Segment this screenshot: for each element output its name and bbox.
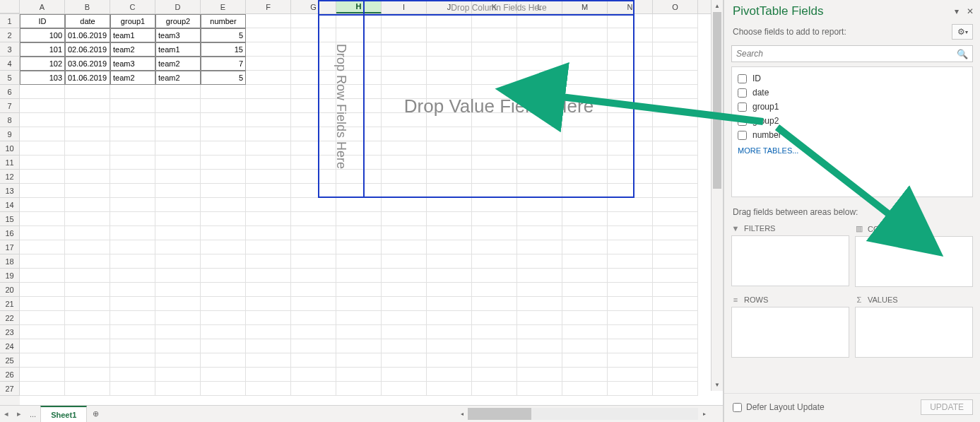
cell[interactable] — [110, 353, 155, 368]
cell[interactable] — [155, 297, 201, 311]
cell[interactable] — [653, 353, 698, 368]
row-header[interactable]: 23 — [0, 325, 20, 339]
cell[interactable] — [382, 198, 427, 212]
cell[interactable] — [336, 269, 382, 283]
row-header[interactable]: 1 — [0, 14, 20, 28]
rows-drop-zone[interactable] — [731, 307, 849, 358]
cell[interactable] — [246, 382, 291, 396]
cell[interactable] — [472, 353, 517, 368]
cell[interactable] — [20, 353, 65, 368]
cell[interactable]: 01.06.2019 — [65, 28, 110, 42]
cell[interactable] — [608, 226, 653, 240]
cell[interactable] — [517, 254, 562, 269]
cell[interactable] — [20, 85, 65, 99]
cell[interactable] — [110, 198, 155, 212]
cell[interactable] — [472, 254, 517, 269]
cell[interactable] — [382, 254, 427, 269]
row-header[interactable]: 4 — [0, 57, 20, 71]
cell[interactable] — [246, 297, 291, 311]
col-header-D[interactable]: D — [155, 0, 201, 13]
cell[interactable] — [472, 368, 517, 382]
cell[interactable] — [653, 57, 698, 71]
cell[interactable] — [427, 353, 472, 368]
cell[interactable]: 100 — [20, 28, 65, 42]
cell[interactable] — [65, 297, 110, 311]
cell[interactable] — [653, 212, 698, 226]
cell[interactable] — [291, 339, 336, 353]
cell[interactable] — [608, 368, 653, 382]
cell[interactable] — [155, 99, 201, 113]
cell[interactable] — [382, 269, 427, 283]
cell[interactable] — [201, 269, 246, 283]
cell[interactable]: group2 — [155, 14, 201, 28]
cell[interactable] — [201, 85, 246, 99]
cell[interactable] — [155, 198, 201, 212]
cell[interactable]: team2 — [110, 42, 155, 57]
cell[interactable] — [517, 325, 562, 339]
field-search[interactable]: 🔍 — [731, 45, 973, 62]
cell[interactable]: date — [65, 14, 110, 28]
cell[interactable] — [110, 156, 155, 170]
cell[interactable] — [246, 184, 291, 198]
cell[interactable] — [517, 198, 562, 212]
cell[interactable]: 102 — [20, 57, 65, 71]
cell[interactable] — [110, 170, 155, 184]
row-header[interactable]: 3 — [0, 42, 20, 57]
cell[interactable] — [336, 198, 382, 212]
cell[interactable] — [246, 339, 291, 353]
cell[interactable] — [382, 297, 427, 311]
cell[interactable] — [517, 311, 562, 325]
row-header[interactable]: 19 — [0, 269, 20, 283]
cell[interactable] — [291, 226, 336, 240]
row-header[interactable]: 10 — [0, 141, 20, 156]
cell[interactable] — [65, 113, 110, 127]
cell[interactable] — [65, 325, 110, 339]
values-drop-zone[interactable] — [855, 307, 973, 358]
cell[interactable] — [201, 198, 246, 212]
cell[interactable] — [201, 368, 246, 382]
cell[interactable] — [155, 170, 201, 184]
cell[interactable] — [608, 283, 653, 297]
scroll-down-icon[interactable]: ▼ — [712, 379, 723, 391]
field-item-group1[interactable]: group1 — [736, 100, 968, 114]
scroll-up-icon[interactable]: ▲ — [712, 0, 723, 12]
cell[interactable] — [110, 269, 155, 283]
row-header[interactable]: 15 — [0, 212, 20, 226]
cell[interactable] — [201, 382, 246, 396]
cell[interactable] — [653, 42, 698, 57]
cell[interactable] — [608, 254, 653, 269]
cell[interactable] — [291, 254, 336, 269]
cell[interactable] — [427, 339, 472, 353]
cell[interactable] — [246, 254, 291, 269]
cell[interactable] — [201, 254, 246, 269]
cell[interactable] — [246, 28, 291, 42]
cell[interactable] — [246, 170, 291, 184]
cell[interactable] — [427, 226, 472, 240]
cell[interactable] — [201, 339, 246, 353]
cell[interactable] — [291, 382, 336, 396]
cell[interactable] — [382, 240, 427, 254]
cell[interactable] — [427, 283, 472, 297]
cell[interactable] — [472, 382, 517, 396]
cell[interactable] — [155, 240, 201, 254]
search-input[interactable] — [736, 49, 957, 59]
field-item-date[interactable]: date — [736, 86, 968, 100]
defer-layout-label[interactable]: Defer Layout Update — [733, 402, 915, 412]
cell[interactable] — [291, 240, 336, 254]
cell[interactable] — [201, 113, 246, 127]
cell[interactable] — [653, 198, 698, 212]
cell[interactable] — [653, 311, 698, 325]
cell[interactable] — [336, 382, 382, 396]
row-header[interactable]: 14 — [0, 198, 20, 212]
cell[interactable] — [20, 240, 65, 254]
columns-drop-zone[interactable] — [855, 236, 973, 287]
cell[interactable]: 03.06.2019 — [65, 57, 110, 71]
cell[interactable] — [65, 283, 110, 297]
cell[interactable] — [291, 325, 336, 339]
cell[interactable] — [472, 339, 517, 353]
cell[interactable] — [472, 269, 517, 283]
cell[interactable] — [201, 297, 246, 311]
cell[interactable] — [246, 127, 291, 141]
row-header[interactable]: 7 — [0, 99, 20, 113]
new-sheet-button[interactable]: ⊕ — [87, 406, 104, 423]
